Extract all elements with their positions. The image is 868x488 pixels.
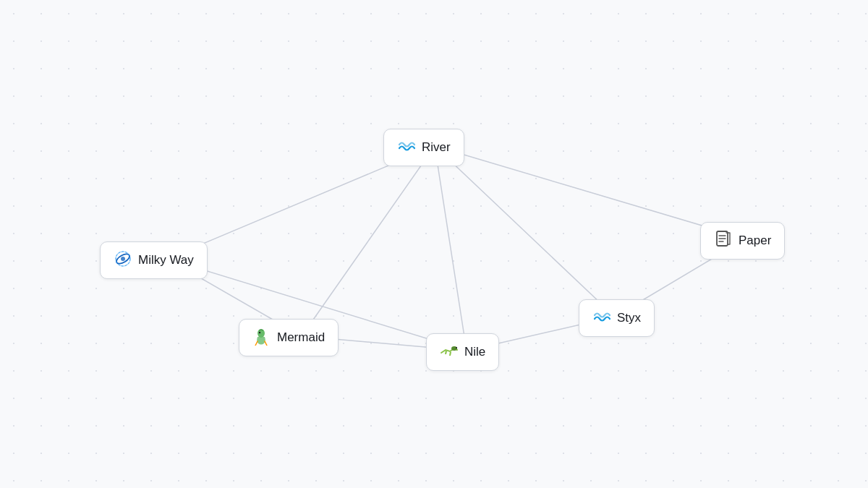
styx-label: Styx (617, 311, 641, 325)
node-milkyway[interactable]: Milky Way (100, 241, 208, 279)
node-paper[interactable]: Paper (700, 222, 785, 260)
node-mermaid[interactable]: Mermaid (239, 319, 339, 356)
nile-icon (440, 341, 459, 363)
svg-point-7 (456, 347, 457, 348)
svg-point-5 (259, 332, 260, 333)
paper-label: Paper (739, 234, 771, 248)
paper-icon (714, 230, 733, 252)
styx-icon (592, 307, 611, 329)
node-nile[interactable]: Nile (426, 333, 499, 371)
svg-point-2 (121, 257, 125, 261)
node-styx[interactable]: Styx (579, 299, 655, 337)
node-river[interactable]: River (383, 129, 464, 166)
svg-point-6 (451, 346, 457, 351)
svg-point-4 (258, 329, 265, 338)
mermaid-icon (252, 327, 271, 348)
river-icon (397, 137, 416, 158)
mermaid-label: Mermaid (277, 330, 325, 345)
milkyway-icon (114, 249, 132, 271)
milkyway-label: Milky Way (138, 253, 194, 267)
river-label: River (422, 140, 451, 155)
nile-label: Nile (464, 345, 485, 359)
